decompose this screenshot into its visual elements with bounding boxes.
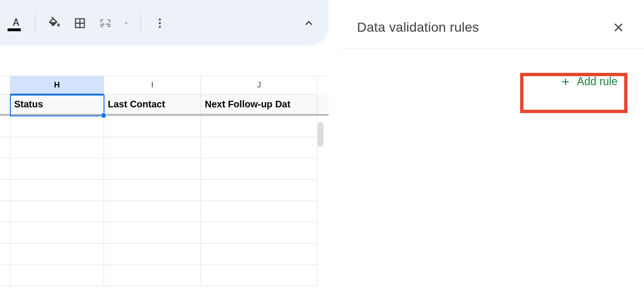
cell[interactable] <box>104 222 201 244</box>
row-gutter <box>0 180 10 201</box>
row-gutter <box>0 137 10 158</box>
cell[interactable] <box>201 244 318 265</box>
chevron-up-icon <box>303 17 315 29</box>
spreadsheet-grid[interactable]: H I J Status Last Contact Next Follow-up… <box>0 76 329 298</box>
more-vertical-icon <box>154 17 166 29</box>
cell[interactable] <box>104 180 201 201</box>
caret-down-icon <box>123 20 130 26</box>
row-gutter <box>0 158 10 180</box>
cell[interactable] <box>201 137 318 158</box>
header-row: Status Last Contact Next Follow-up Dat <box>0 95 329 116</box>
cell[interactable] <box>104 265 201 286</box>
column-header-J[interactable]: J <box>201 76 318 95</box>
row-gutter <box>0 95 10 114</box>
cell[interactable] <box>10 116 104 137</box>
column-header-label: I <box>151 80 154 90</box>
cell-value: Next Follow-up Dat <box>205 99 290 110</box>
cell-H1[interactable]: Status <box>10 95 104 114</box>
panel-title: Data validation rules <box>357 20 479 35</box>
add-rule-label: Add rule <box>577 75 618 88</box>
text-color-underline <box>8 28 21 31</box>
close-icon <box>612 21 625 34</box>
toolbar <box>0 0 329 45</box>
svg-point-1 <box>159 22 161 24</box>
row-gutter <box>0 265 10 286</box>
vertical-scrollbar-thumb[interactable] <box>318 122 323 147</box>
panel-header: Data validation rules <box>341 4 644 49</box>
fill-color-button[interactable] <box>44 13 65 34</box>
borders-button[interactable] <box>70 13 90 34</box>
cell[interactable] <box>104 201 201 222</box>
svg-point-2 <box>159 26 161 27</box>
column-header-gutter <box>0 76 10 95</box>
column-header-I[interactable]: I <box>104 76 201 95</box>
cell[interactable] <box>104 158 201 180</box>
row-gutter <box>0 201 10 222</box>
cell[interactable] <box>104 116 201 137</box>
cell-I1[interactable]: Last Contact <box>104 95 201 114</box>
data-validation-panel: Data validation rules Add rule <box>340 4 644 298</box>
column-header-label: H <box>54 80 60 90</box>
cell[interactable] <box>10 265 104 286</box>
cell[interactable] <box>201 180 318 201</box>
paint-bucket-icon <box>47 16 61 30</box>
table-row <box>0 265 329 286</box>
merge-dropdown[interactable] <box>121 13 132 34</box>
cell[interactable] <box>10 244 104 265</box>
close-panel-button[interactable] <box>609 18 628 37</box>
cell[interactable] <box>10 180 104 201</box>
column-headers-row: H I J <box>0 76 329 95</box>
table-row <box>0 116 329 137</box>
merge-cells-button[interactable] <box>95 13 116 34</box>
svg-point-0 <box>159 18 161 20</box>
row-gutter <box>0 116 10 137</box>
cell[interactable] <box>10 137 104 158</box>
column-header-H[interactable]: H <box>10 76 104 95</box>
row-gutter <box>0 222 10 244</box>
cell-J1[interactable]: Next Follow-up Dat <box>201 95 318 114</box>
cell[interactable] <box>201 158 318 180</box>
selected-column-underline <box>10 94 104 95</box>
table-row <box>0 222 329 244</box>
more-options-button[interactable] <box>149 13 170 34</box>
add-rule-button[interactable]: Add rule <box>548 68 630 96</box>
row-gutter <box>0 244 10 265</box>
cell[interactable] <box>201 201 318 222</box>
plus-icon <box>560 76 571 88</box>
text-color-icon <box>9 17 23 30</box>
cell-value: Status <box>14 99 43 110</box>
toolbar-divider <box>140 14 141 33</box>
table-row <box>0 137 329 158</box>
collapse-toolbar-button[interactable] <box>298 13 319 34</box>
cell[interactable] <box>10 222 104 244</box>
cell[interactable] <box>201 222 318 244</box>
table-row <box>0 180 329 201</box>
cell[interactable] <box>104 244 201 265</box>
panel-body: Add rule <box>341 49 644 114</box>
borders-icon <box>73 17 87 30</box>
text-color-button[interactable] <box>6 13 26 34</box>
column-header-label: J <box>257 80 261 90</box>
merge-icon <box>99 17 112 30</box>
cell[interactable] <box>10 201 104 222</box>
cell[interactable] <box>10 158 104 180</box>
table-row <box>0 158 329 180</box>
table-row <box>0 201 329 222</box>
cell[interactable] <box>104 137 201 158</box>
table-row <box>0 244 329 265</box>
toolbar-divider <box>35 14 35 33</box>
cell[interactable] <box>201 265 318 286</box>
cell[interactable] <box>201 116 318 137</box>
cell-value: Last Contact <box>108 99 165 110</box>
